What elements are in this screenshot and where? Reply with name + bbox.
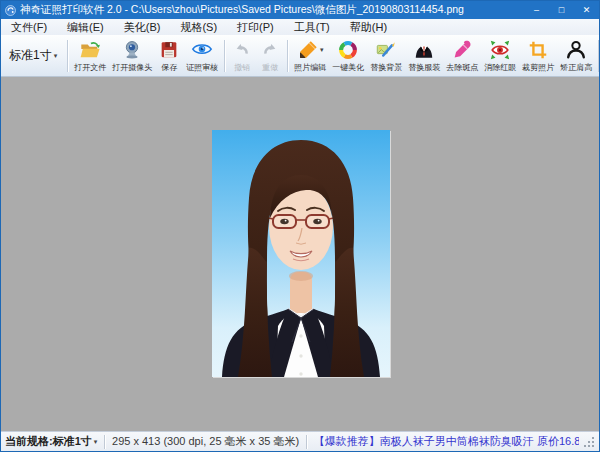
chevron-down-icon: ▾ bbox=[94, 438, 98, 446]
replace-background-icon bbox=[375, 39, 397, 61]
button-label: 矫正肩高 bbox=[560, 62, 592, 73]
crop-icon bbox=[527, 39, 549, 61]
button-label: 打开摄像头 bbox=[112, 62, 152, 73]
undo-button[interactable]: 撤销 bbox=[228, 36, 256, 76]
maximize-button[interactable]: □ bbox=[549, 1, 574, 19]
pencil-icon bbox=[297, 39, 319, 61]
toolbar-separator bbox=[224, 40, 225, 72]
replace-clothes-button[interactable]: 替换服装 bbox=[405, 36, 443, 76]
open-file-button[interactable]: 打开文件 bbox=[71, 36, 109, 76]
remove-redeye-icon bbox=[489, 39, 511, 61]
webcam-icon bbox=[121, 39, 143, 61]
button-label: 消除红眼 bbox=[484, 62, 516, 73]
toolbar-separator bbox=[287, 40, 288, 72]
status-bar: 当前规格: 标准1寸 ▾ 295 x 413 (300 dpi, 25 毫米 x… bbox=[1, 431, 599, 451]
color-wheel-icon bbox=[337, 39, 359, 61]
toolbar: 标准1寸 ▾ 打开文件 打开摄像头 bbox=[1, 35, 599, 77]
button-label: 证照审核 bbox=[186, 62, 218, 73]
close-button[interactable]: ✕ bbox=[574, 1, 599, 19]
button-label: 打开文件 bbox=[74, 62, 106, 73]
menu-bar: 文件(F) 编辑(E) 美化(B) 规格(S) 打印(P) 工具(T) 帮助(H… bbox=[1, 19, 599, 35]
replace-clothes-icon bbox=[413, 39, 435, 61]
statusbar-separator bbox=[104, 435, 105, 449]
menu-tools[interactable]: 工具(T) bbox=[284, 19, 340, 35]
statusbar-separator bbox=[306, 435, 307, 449]
current-spec-value: 标准1寸 bbox=[53, 434, 92, 449]
one-click-beautify-button[interactable]: 一键美化 bbox=[329, 36, 367, 76]
toolbar-separator bbox=[598, 40, 599, 72]
button-label: 一键美化 bbox=[332, 62, 364, 73]
size-preset-dropdown[interactable]: 标准1寸 ▾ bbox=[3, 39, 64, 73]
title-bar: 神奇证照打印软件 2.0 - C:\Users\zhou\Pictures\Sa… bbox=[1, 1, 599, 19]
current-spec[interactable]: 当前规格: 标准1寸 ▾ bbox=[5, 434, 97, 449]
window-controls: – □ ✕ bbox=[524, 1, 599, 19]
redo-icon bbox=[259, 39, 281, 61]
chevron-down-icon: ▾ bbox=[320, 46, 324, 54]
folder-open-icon bbox=[79, 39, 101, 61]
undo-icon bbox=[231, 39, 253, 61]
size-preset-label: 标准1寸 bbox=[9, 47, 52, 64]
toolbar-separator bbox=[67, 40, 68, 72]
save-icon bbox=[158, 39, 180, 61]
menu-spec[interactable]: 规格(S) bbox=[170, 19, 227, 35]
remove-redeye-button[interactable]: 消除红眼 bbox=[481, 36, 519, 76]
open-camera-button[interactable]: 打开摄像头 bbox=[109, 36, 155, 76]
redo-button[interactable]: 重做 bbox=[256, 36, 284, 76]
current-spec-label: 当前规格: bbox=[5, 434, 53, 449]
app-logo-icon bbox=[5, 5, 16, 16]
resize-grip[interactable] bbox=[583, 436, 595, 448]
button-label: 裁剪照片 bbox=[522, 62, 554, 73]
button-label: 保存 bbox=[161, 62, 177, 73]
menu-file[interactable]: 文件(F) bbox=[1, 19, 57, 35]
button-label: 替换服装 bbox=[408, 62, 440, 73]
button-label: 重做 bbox=[262, 62, 278, 73]
replace-background-button[interactable]: 替换背景 bbox=[367, 36, 405, 76]
photo-review-button[interactable]: 证照审核 bbox=[183, 36, 221, 76]
id-portrait-photo[interactable] bbox=[212, 130, 390, 377]
photo-edit-button[interactable]: ▾ 照片编辑 bbox=[291, 36, 329, 76]
button-label: 撤销 bbox=[234, 62, 250, 73]
button-label: 照片编辑 bbox=[294, 62, 326, 73]
chevron-down-icon: ▾ bbox=[54, 52, 58, 60]
photo-dimensions: 295 x 413 (300 dpi, 25 毫米 x 35 毫米) bbox=[112, 434, 299, 449]
button-label: 去除斑点 bbox=[446, 62, 478, 73]
menu-help[interactable]: 帮助(H) bbox=[340, 19, 397, 35]
remove-spots-button[interactable]: 去除斑点 bbox=[443, 36, 481, 76]
save-button[interactable]: 保存 bbox=[155, 36, 183, 76]
promo-ad-link[interactable]: 【爆款推荐】南极人袜子男中筒棉袜防臭吸汗 原价16.80元，券后价仅6.80元 bbox=[314, 434, 579, 449]
menu-edit[interactable]: 编辑(E) bbox=[57, 19, 114, 35]
remove-spots-icon bbox=[451, 39, 473, 61]
menu-print[interactable]: 打印(P) bbox=[227, 19, 284, 35]
shoulder-align-button[interactable]: 矫正肩高 bbox=[557, 36, 595, 76]
crop-photo-button[interactable]: 裁剪照片 bbox=[519, 36, 557, 76]
eye-review-icon bbox=[191, 39, 213, 61]
app-window: 神奇证照打印软件 2.0 - C:\Users\zhou\Pictures\Sa… bbox=[0, 0, 600, 452]
window-title: 神奇证照打印软件 2.0 - C:\Users\zhou\Pictures\Sa… bbox=[20, 3, 524, 17]
button-label: 替换背景 bbox=[370, 62, 402, 73]
shoulder-align-icon bbox=[565, 39, 587, 61]
photo-canvas[interactable] bbox=[1, 77, 599, 431]
minimize-button[interactable]: – bbox=[524, 1, 549, 19]
menu-beautify[interactable]: 美化(B) bbox=[114, 19, 171, 35]
